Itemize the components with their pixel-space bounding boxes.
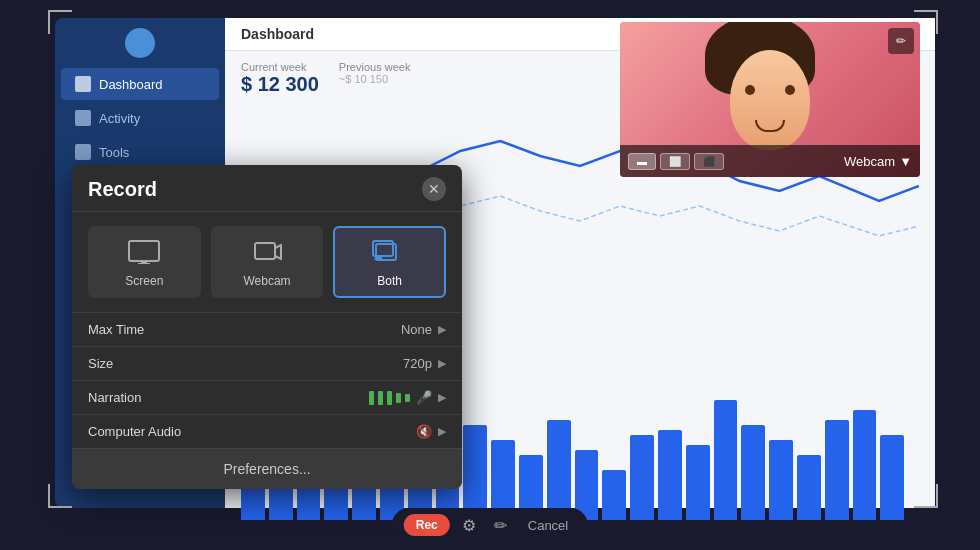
svg-rect-3 [255, 243, 275, 259]
source-screen-button[interactable]: Screen [88, 226, 201, 298]
svg-rect-0 [129, 241, 159, 261]
bar-item [686, 445, 710, 520]
corner-tl [48, 10, 72, 34]
webcam-large-btn[interactable]: ⬛ [694, 153, 724, 170]
bar-seg-4 [396, 393, 401, 403]
bar-seg-2 [378, 391, 383, 405]
bar-item [825, 420, 849, 520]
webcam-toolbar: ▬ ⬜ ⬛ Webcam ▼ [620, 145, 920, 177]
computer-audio-value[interactable]: 🔇 ▶ [416, 424, 446, 439]
record-panel: Record ✕ Screen Webcam [72, 165, 462, 489]
svg-rect-6 [377, 257, 382, 259]
webcam-screen-btn[interactable]: ▬ [628, 153, 656, 170]
bar-item [658, 430, 682, 520]
bar-item [714, 400, 738, 520]
narration-level [369, 391, 410, 405]
mic-icon: 🎤 [416, 390, 432, 405]
narration-label: Narration [88, 390, 141, 405]
size-label: Size [88, 356, 113, 371]
source-webcam-button[interactable]: Webcam [211, 226, 324, 298]
bar-item [630, 435, 654, 520]
max-time-label: Max Time [88, 322, 144, 337]
computer-audio-label: Computer Audio [88, 424, 181, 439]
max-time-row: Max Time None ▶ [72, 312, 462, 346]
settings-icon-button[interactable]: ⚙ [456, 512, 482, 538]
source-row: Screen Webcam Both [72, 212, 462, 312]
bar-seg-1 [369, 391, 374, 405]
webcam-edit-button[interactable]: ✏ [888, 28, 914, 54]
screen-icon [128, 240, 160, 268]
bar-item [547, 420, 571, 520]
bottom-toolbar: Rec ⚙ ✏ Cancel [392, 508, 588, 542]
computer-audio-row: Computer Audio 🔇 ▶ [72, 414, 462, 448]
corner-tr [914, 10, 938, 34]
face-shape [730, 50, 810, 150]
bar-item [741, 425, 765, 520]
webcam-label: Webcam ▼ [844, 154, 912, 169]
svg-rect-2 [138, 263, 150, 264]
record-panel-title: Record [88, 178, 157, 201]
size-value[interactable]: 720p ▶ [403, 356, 446, 371]
svg-rect-7 [374, 259, 386, 260]
bar-item [853, 410, 877, 520]
record-close-button[interactable]: ✕ [422, 177, 446, 201]
svg-rect-1 [141, 261, 147, 263]
rec-button[interactable]: Rec [404, 514, 450, 536]
narration-value[interactable]: 🎤 ▶ [369, 390, 446, 405]
bar-item [797, 455, 821, 520]
tools-icon [75, 144, 91, 160]
corner-br [914, 484, 938, 508]
max-time-value[interactable]: None ▶ [401, 322, 446, 337]
app-logo [125, 28, 155, 58]
corner-bl [48, 484, 72, 508]
speaker-muted-icon: 🔇 [416, 424, 432, 439]
webcam-small-btn[interactable]: ⬜ [660, 153, 690, 170]
narration-row: Narration 🎤 ▶ [72, 380, 462, 414]
previous-week-stat: Previous week ~$ 10 150 [339, 61, 411, 96]
webcam-source-icon [251, 240, 283, 268]
webcam-preview: ✏ ▬ ⬜ ⬛ Webcam ▼ [620, 22, 920, 177]
bar-item [880, 435, 904, 520]
current-week-stat: Current week $ 12 300 [241, 61, 319, 96]
sidebar-item-dashboard[interactable]: Dashboard [61, 68, 219, 100]
narration-arrow: ▶ [438, 391, 446, 404]
size-arrow: ▶ [438, 357, 446, 370]
bar-item [769, 440, 793, 520]
source-both-button[interactable]: Both [333, 226, 446, 298]
cancel-button[interactable]: Cancel [520, 514, 576, 537]
dashboard-icon [75, 76, 91, 92]
webcam-dropdown-icon[interactable]: ▼ [899, 154, 912, 169]
max-time-arrow: ▶ [438, 323, 446, 336]
bar-item [602, 470, 626, 520]
bar-item [463, 425, 487, 520]
size-row: Size 720p ▶ [72, 346, 462, 380]
edit-icon-button[interactable]: ✏ [488, 512, 514, 538]
sidebar-item-activity[interactable]: Activity [61, 102, 219, 134]
bar-seg-3 [387, 391, 392, 405]
bar-seg-5 [405, 394, 410, 402]
activity-icon [75, 110, 91, 126]
computer-audio-arrow: ▶ [438, 425, 446, 438]
both-source-icon [372, 240, 408, 268]
record-panel-header: Record ✕ [72, 165, 462, 212]
preferences-button[interactable]: Preferences... [72, 448, 462, 489]
sidebar-item-tools[interactable]: Tools [61, 136, 219, 168]
